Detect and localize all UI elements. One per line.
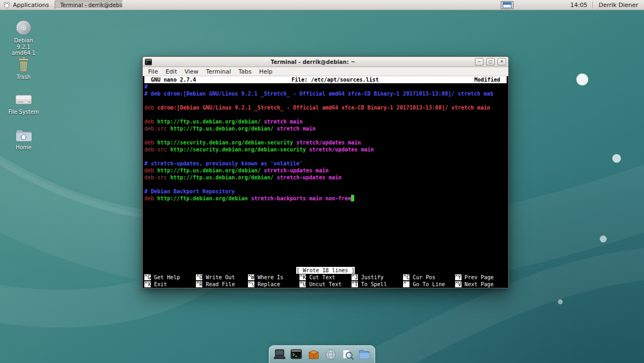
nano-modified-flag: Modified bbox=[474, 76, 507, 83]
hard-drive-icon bbox=[14, 91, 33, 107]
nano-line: # deb cdrom:[Debian GNU/Linux 9.2.1 _Str… bbox=[144, 90, 507, 97]
nano-shortcut-cur-pos: ^CCur Pos bbox=[403, 274, 455, 281]
nano-shortcut-cut-text: ^KCut Text bbox=[299, 274, 351, 281]
nano-line: deb http://ftp.us.debian.org/debian/ str… bbox=[144, 167, 507, 174]
nano-line: # bbox=[144, 83, 507, 90]
desktop-icon-debian-cd[interactable]: Debian 9.2.1 amd64 1 bbox=[6, 19, 41, 56]
screen: Debian 9.2.1 amd64 1 Trash File S bbox=[0, 0, 644, 363]
nano-shortcut-prev-page: ^YPrev Page bbox=[455, 274, 507, 281]
nano-line: deb http://ftp.us.debian.org/debian/ str… bbox=[144, 118, 507, 125]
workspace-window-icon bbox=[503, 2, 511, 8]
user-menu[interactable]: Derrik Diener bbox=[593, 2, 640, 9]
nano-line: deb-src http://ftp.us.debian.org/debian/… bbox=[144, 174, 507, 181]
dock-item-app-finder[interactable] bbox=[341, 347, 355, 361]
terminal-icon bbox=[290, 348, 303, 361]
nano-line: deb-src http://security.debian.org/debia… bbox=[144, 146, 507, 153]
nano-status-message: [ Wrote 18 lines ] bbox=[296, 267, 354, 274]
nano-shortcut-next-page: ^VNext Page bbox=[455, 281, 507, 288]
menu-help[interactable]: Help bbox=[255, 68, 276, 75]
window-titlebar[interactable]: Terminal - derrik@debian: ~ ─ □ ✕ bbox=[143, 57, 508, 67]
nano-line bbox=[144, 181, 507, 188]
nano-shortcut-justify: ^JJustify bbox=[352, 274, 403, 281]
desktop-icon-home[interactable]: Home bbox=[6, 127, 41, 151]
terminal-screen[interactable]: GNU nano 2.7.4 File: /etc/apt/sources.li… bbox=[143, 76, 508, 288]
nano-shortcut-where-is: ^WWhere Is bbox=[248, 274, 299, 281]
close-button[interactable]: ✕ bbox=[497, 58, 506, 66]
menu-tabs[interactable]: Tabs bbox=[235, 68, 255, 75]
workspace-switcher[interactable] bbox=[501, 1, 514, 9]
nano-shortcut-go-to-line: ^_Go To Line bbox=[403, 281, 455, 288]
window-title: Terminal - derrik@debian: ~ bbox=[153, 59, 472, 65]
nano-shortcut-to-spell: ^TTo Spell bbox=[352, 281, 403, 288]
nano-version: GNU nano 2.7.4 bbox=[144, 76, 196, 83]
nano-line: # stretch-updates, previously known as '… bbox=[144, 160, 507, 167]
minimize-button[interactable]: ─ bbox=[475, 58, 484, 66]
folder-icon bbox=[358, 348, 371, 361]
nano-line: deb http://ftp.debian.org/debian stretch… bbox=[144, 195, 507, 202]
nano-titlebar: GNU nano 2.7.4 File: /etc/apt/sources.li… bbox=[144, 76, 507, 83]
menu-edit[interactable]: Edit bbox=[162, 68, 180, 75]
nano-line: deb http://security.debian.org/debian-se… bbox=[144, 139, 507, 146]
magnifier-icon bbox=[341, 348, 354, 361]
nano-line: deb-src http://ftp.us.debian.org/debian/… bbox=[144, 125, 507, 132]
nano-shortcut-exit: ^XExit bbox=[144, 281, 196, 288]
taskbar-item-terminal[interactable]: Terminal - derrik@debia... bbox=[55, 1, 123, 9]
nano-line: # Debian Backport Repository bbox=[144, 188, 507, 195]
xfce-mouse-icon bbox=[3, 2, 10, 9]
desktop-icon-label: File System bbox=[8, 109, 39, 115]
nano-line: deb cdrom:[Debian GNU/Linux 9.2.1 _Stret… bbox=[144, 104, 507, 111]
desktop-icon-label: Debian 9.2.1 amd64 1 bbox=[6, 38, 41, 56]
menu-terminal[interactable]: Terminal bbox=[202, 68, 235, 75]
nano-shortcuts-row2: ^XExit^RRead File^\Replace^UUncut Text^T… bbox=[144, 281, 507, 288]
window-terminal-icon bbox=[145, 59, 152, 66]
nano-filename: File: /etc/apt/sources.list bbox=[196, 76, 474, 83]
maximize-button[interactable]: □ bbox=[486, 58, 495, 66]
terminal-menubar: File Edit View Terminal Tabs Help bbox=[143, 67, 508, 76]
nano-line bbox=[144, 153, 507, 160]
nano-shortcut-write-out: ^OWrite Out bbox=[196, 274, 247, 281]
desktop-icon-label: Home bbox=[16, 144, 32, 151]
nano-line bbox=[144, 111, 507, 118]
nano-statusbar: [ Wrote 18 lines ] bbox=[144, 267, 507, 274]
nano-shortcuts-row1: ^GGet Help^OWrite Out^WWhere Is^KCut Tex… bbox=[144, 274, 507, 281]
menu-file[interactable]: File bbox=[144, 68, 162, 75]
laptop-icon bbox=[273, 348, 287, 361]
decor-dot bbox=[576, 74, 588, 85]
desktop-icon-label: Trash bbox=[17, 74, 31, 81]
nano-shortcut-get-help: ^GGet Help bbox=[144, 274, 196, 281]
terminal-window: Terminal - derrik@debian: ~ ─ □ ✕ File E… bbox=[142, 56, 509, 288]
dock-item-web-browser[interactable] bbox=[324, 347, 338, 361]
nano-shortcut-replace: ^\Replace bbox=[248, 281, 299, 288]
applications-label: Applications bbox=[13, 2, 49, 9]
dock-item-laptop[interactable] bbox=[273, 347, 287, 361]
nano-buffer[interactable]: ## deb cdrom:[Debian GNU/Linux 9.2.1 _St… bbox=[144, 83, 507, 267]
cd-disc-icon bbox=[14, 19, 33, 36]
panel-right: 14:05 Derrik Diener bbox=[501, 0, 644, 10]
nano-shortcut-uncut-text: ^UUncut Text bbox=[299, 281, 351, 288]
dock-item-terminal[interactable] bbox=[289, 347, 303, 361]
desktop-icon-trash[interactable]: Trash bbox=[6, 56, 41, 81]
trash-icon bbox=[16, 56, 31, 72]
dock-item-file-manager[interactable] bbox=[357, 347, 371, 361]
text-cursor bbox=[351, 195, 354, 201]
taskbar-item-label: Terminal - derrik@debia... bbox=[60, 2, 123, 8]
dock bbox=[269, 345, 375, 363]
nano-line bbox=[144, 132, 507, 139]
menu-view[interactable]: View bbox=[181, 68, 202, 75]
top-panel: Applications Terminal - derrik@debia... … bbox=[0, 0, 644, 10]
nano-line bbox=[144, 202, 507, 209]
dock-item-package[interactable] bbox=[306, 347, 320, 361]
desktop-icon-file-system[interactable]: File System bbox=[6, 91, 41, 115]
clock: 14:05 bbox=[565, 2, 593, 9]
nano-shortcut-read-file: ^RRead File bbox=[196, 281, 247, 288]
nano-line bbox=[144, 97, 507, 104]
package-icon bbox=[307, 348, 320, 361]
home-folder-icon bbox=[14, 127, 33, 143]
globe-icon bbox=[324, 348, 337, 361]
applications-menu-button[interactable]: Applications bbox=[0, 0, 54, 10]
